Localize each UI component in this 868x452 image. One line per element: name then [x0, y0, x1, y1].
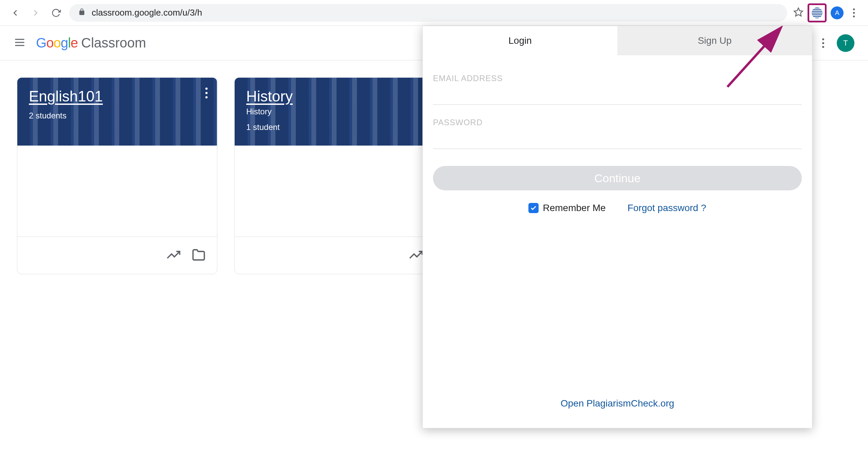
class-title[interactable]: English101	[29, 88, 205, 105]
chrome-menu-button[interactable]	[848, 8, 860, 18]
class-card[interactable]: History History 1 student	[234, 77, 435, 274]
remember-me-checkbox[interactable]: Remember Me	[528, 203, 605, 213]
tab-login[interactable]: Login	[423, 26, 617, 55]
app-menu-button[interactable]	[816, 38, 830, 48]
svg-marker-0	[794, 8, 803, 16]
svg-point-9	[822, 46, 824, 48]
card-more-icon[interactable]	[205, 87, 208, 100]
class-card-header: English101 2 students	[17, 78, 217, 146]
folder-icon[interactable]	[192, 248, 205, 263]
svg-point-3	[853, 15, 854, 17]
forgot-password-link[interactable]: Forgot password ?	[628, 203, 706, 213]
svg-point-11	[205, 92, 208, 94]
class-subtitle: History	[246, 107, 423, 116]
class-card-footer	[235, 237, 434, 274]
nav-reload-button[interactable]	[49, 6, 63, 20]
class-title[interactable]: History	[246, 88, 423, 105]
trending-icon[interactable]	[409, 248, 423, 263]
class-student-count: 2 students	[29, 111, 205, 120]
logo-google: Google	[36, 35, 78, 51]
checkbox-checked-icon	[528, 203, 539, 213]
class-card-footer	[17, 237, 217, 274]
nav-forward-button[interactable]	[29, 6, 43, 20]
browser-toolbar: classroom.google.com/u/3/h A	[0, 0, 868, 26]
hamburger-menu-icon[interactable]	[14, 36, 26, 50]
app-logo[interactable]: Google Classroom	[36, 35, 146, 51]
password-field[interactable]	[433, 139, 802, 149]
password-label: PASSWORD	[433, 118, 802, 127]
open-site-link[interactable]: Open PlagiarismCheck.org	[423, 398, 812, 409]
svg-point-12	[205, 96, 208, 98]
class-student-count: 1 student	[246, 123, 423, 132]
extension-popup: Login Sign Up EMAIL ADDRESS PASSWORD Con…	[422, 26, 812, 428]
svg-point-1	[853, 8, 854, 10]
bookmark-star-icon[interactable]	[793, 7, 803, 19]
class-card-header: History History 1 student	[235, 78, 434, 146]
svg-point-2	[853, 12, 854, 14]
lock-icon	[78, 7, 86, 18]
svg-point-8	[822, 42, 824, 44]
profile-initial: A	[835, 9, 839, 17]
avatar-initial: T	[843, 39, 848, 48]
address-bar[interactable]: classroom.google.com/u/3/h	[69, 4, 787, 22]
extension-icon[interactable]	[808, 3, 827, 22]
svg-point-10	[205, 88, 208, 90]
class-card[interactable]: English101 2 students	[17, 77, 217, 274]
popup-tabs: Login Sign Up	[423, 26, 812, 55]
login-form: EMAIL ADDRESS PASSWORD Continue Remember…	[423, 55, 812, 213]
svg-point-7	[822, 38, 824, 40]
user-avatar[interactable]: T	[837, 34, 854, 52]
logo-classroom: Classroom	[81, 35, 146, 51]
remember-label: Remember Me	[543, 203, 605, 213]
email-label: EMAIL ADDRESS	[433, 74, 802, 83]
chrome-profile-avatar[interactable]: A	[831, 6, 844, 19]
url-text: classroom.google.com/u/3/h	[92, 7, 202, 18]
nav-back-button[interactable]	[8, 6, 22, 20]
continue-button[interactable]: Continue	[433, 166, 802, 190]
email-field[interactable]	[433, 95, 802, 105]
trending-icon[interactable]	[167, 248, 180, 263]
tab-signup[interactable]: Sign Up	[617, 26, 812, 55]
